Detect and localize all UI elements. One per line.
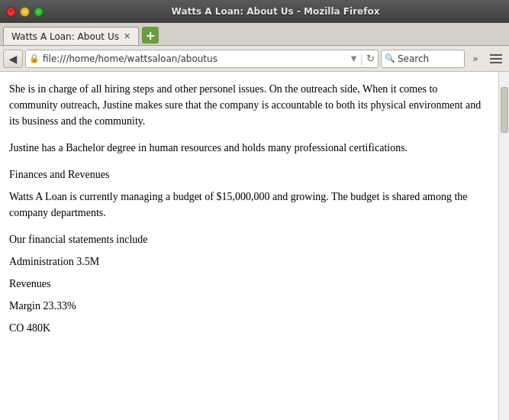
page-content: She is in charge of all hiring steps and…	[0, 72, 498, 420]
more-button[interactable]: »	[467, 50, 484, 68]
back-button[interactable]: ◀	[3, 50, 23, 68]
hamburger-line-1	[490, 54, 502, 56]
scrollbar[interactable]	[498, 72, 509, 420]
minimize-button[interactable]	[20, 7, 30, 17]
paragraph-2: Justine has a Bachelor degree in human r…	[9, 140, 486, 156]
scrollbar-thumb[interactable]	[501, 87, 508, 133]
maximize-button[interactable]	[34, 7, 43, 17]
tab-label: Watts A Loan: About Us	[11, 31, 119, 42]
line-revenues: Revenues	[9, 276, 486, 292]
window-title: Watts A Loan: About Us - Mozilla Firefox	[48, 6, 503, 17]
new-tab-button[interactable]: +	[142, 27, 159, 44]
back-icon: ◀	[9, 53, 18, 65]
search-box[interactable]: 🔍 Search	[381, 50, 465, 68]
url-dropdown-icon: ▼	[351, 54, 357, 63]
line-margin: Margin 23.33%	[9, 298, 486, 314]
reload-button[interactable]: ↻	[366, 53, 375, 64]
paragraph-1: She is in charge of all hiring steps and…	[9, 81, 486, 129]
url-security-icon: 🔒	[29, 53, 40, 63]
tabbar: Watts A Loan: About Us ✕ +	[0, 23, 509, 46]
url-text: file:///home/home/wattsaloan/aboutus	[43, 53, 348, 64]
titlebar: ✕ Watts A Loan: About Us - Mozilla Firef…	[0, 0, 509, 23]
hamburger-line-2	[490, 58, 502, 60]
tab-close-icon[interactable]: ✕	[124, 31, 130, 41]
line-financial: Our financial statements include	[9, 231, 486, 247]
hamburger-line-3	[490, 62, 502, 63]
url-separator: |	[359, 53, 363, 65]
search-input[interactable]: Search	[398, 53, 429, 64]
more-icon: »	[472, 53, 478, 64]
paragraph-3: Watts A Loan is currently managing a bud…	[9, 189, 486, 221]
titlebar-buttons: ✕	[6, 7, 43, 17]
menu-button[interactable]	[486, 50, 506, 68]
url-bar[interactable]: 🔒 file:///home/home/wattsaloan/aboutus ▼…	[25, 50, 379, 68]
navbar: ◀ 🔒 file:///home/home/wattsaloan/aboutus…	[0, 46, 509, 72]
line-admin: Administration 3.5M	[9, 254, 486, 270]
close-button[interactable]: ✕	[6, 7, 16, 17]
browser-tab[interactable]: Watts A Loan: About Us ✕	[3, 27, 139, 45]
heading-finances: Finances and Revenues	[9, 166, 486, 183]
search-icon: 🔍	[385, 53, 395, 63]
line-co: CO 480K	[9, 320, 486, 336]
browser-frame: She is in charge of all hiring steps and…	[0, 72, 509, 420]
